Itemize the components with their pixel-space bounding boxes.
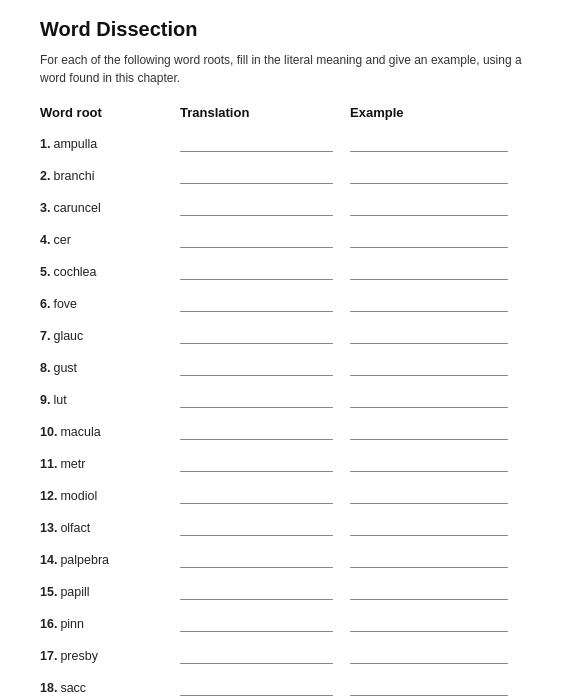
word-root-cell: 12.modiol <box>40 489 180 506</box>
translation-input[interactable] <box>180 582 333 600</box>
example-cell <box>350 358 525 378</box>
example-input[interactable] <box>350 358 508 376</box>
row-number: 9. <box>40 393 50 407</box>
example-cell <box>350 230 525 250</box>
word-root-text: pinn <box>60 617 84 631</box>
translation-cell <box>180 486 350 506</box>
example-input[interactable] <box>350 582 508 600</box>
word-root-cell: 10.macula <box>40 425 180 442</box>
row-number: 18. <box>40 681 57 695</box>
example-input[interactable] <box>350 486 508 504</box>
row-number: 14. <box>40 553 57 567</box>
example-input[interactable] <box>350 678 508 696</box>
translation-input[interactable] <box>180 454 333 472</box>
word-root-text: fove <box>53 297 77 311</box>
example-cell <box>350 486 525 506</box>
translation-input[interactable] <box>180 486 333 504</box>
example-input[interactable] <box>350 294 508 312</box>
example-input[interactable] <box>350 550 508 568</box>
translation-input[interactable] <box>180 422 333 440</box>
example-cell <box>350 582 525 602</box>
word-root-text: lut <box>53 393 66 407</box>
example-cell <box>350 454 525 474</box>
translation-input[interactable] <box>180 614 333 632</box>
col-header-example: Example <box>350 105 525 120</box>
translation-input[interactable] <box>180 390 333 408</box>
rows-container: 1.ampulla2.branchi3.caruncel4.cer5.cochl… <box>40 128 525 700</box>
example-cell <box>350 198 525 218</box>
word-root-cell: 5.cochlea <box>40 265 180 282</box>
instructions: For each of the following word roots, fi… <box>40 51 525 87</box>
example-input[interactable] <box>350 230 508 248</box>
table-row: 11.metr <box>40 448 525 474</box>
word-root-text: branchi <box>53 169 94 183</box>
translation-input[interactable] <box>180 294 333 312</box>
translation-input[interactable] <box>180 134 333 152</box>
word-root-text: papill <box>60 585 89 599</box>
translation-cell <box>180 358 350 378</box>
row-number: 3. <box>40 201 50 215</box>
table-row: 14.palpebra <box>40 544 525 570</box>
table-row: 2.branchi <box>40 160 525 186</box>
table-row: 17.presby <box>40 640 525 666</box>
example-input[interactable] <box>350 198 508 216</box>
example-input[interactable] <box>350 262 508 280</box>
translation-cell <box>180 550 350 570</box>
word-root-cell: 8.gust <box>40 361 180 378</box>
translation-cell <box>180 678 350 698</box>
row-number: 12. <box>40 489 57 503</box>
translation-input[interactable] <box>180 358 333 376</box>
word-root-text: cer <box>53 233 70 247</box>
table-row: 8.gust <box>40 352 525 378</box>
table-row: 16.pinn <box>40 608 525 634</box>
translation-input[interactable] <box>180 518 333 536</box>
example-cell <box>350 646 525 666</box>
word-root-cell: 6.fove <box>40 297 180 314</box>
translation-cell <box>180 614 350 634</box>
word-root-text: gust <box>53 361 77 375</box>
example-input[interactable] <box>350 454 508 472</box>
translation-cell <box>180 198 350 218</box>
word-root-text: olfact <box>60 521 90 535</box>
word-root-text: glauc <box>53 329 83 343</box>
translation-input[interactable] <box>180 198 333 216</box>
translation-cell <box>180 326 350 346</box>
translation-input[interactable] <box>180 646 333 664</box>
table-row: 13.olfact <box>40 512 525 538</box>
table-row: 5.cochlea <box>40 256 525 282</box>
example-input[interactable] <box>350 614 508 632</box>
translation-cell <box>180 166 350 186</box>
word-root-cell: 9.lut <box>40 393 180 410</box>
table-row: 3.caruncel <box>40 192 525 218</box>
translation-cell <box>180 294 350 314</box>
table-row: 6.fove <box>40 288 525 314</box>
example-cell <box>350 678 525 698</box>
translation-input[interactable] <box>180 262 333 280</box>
word-root-cell: 17.presby <box>40 649 180 666</box>
translation-input[interactable] <box>180 166 333 184</box>
row-number: 10. <box>40 425 57 439</box>
translation-cell <box>180 422 350 442</box>
example-input[interactable] <box>350 422 508 440</box>
translation-input[interactable] <box>180 550 333 568</box>
translation-input[interactable] <box>180 326 333 344</box>
translation-input[interactable] <box>180 230 333 248</box>
word-root-text: sacc <box>60 681 86 695</box>
translation-cell <box>180 454 350 474</box>
example-input[interactable] <box>350 518 508 536</box>
example-cell <box>350 422 525 442</box>
example-input[interactable] <box>350 646 508 664</box>
col-header-word-root: Word root <box>40 105 180 120</box>
table-row: 18.sacc <box>40 672 525 698</box>
translation-cell <box>180 230 350 250</box>
example-input[interactable] <box>350 166 508 184</box>
row-number: 2. <box>40 169 50 183</box>
example-input[interactable] <box>350 134 508 152</box>
example-input[interactable] <box>350 390 508 408</box>
row-number: 16. <box>40 617 57 631</box>
translation-input[interactable] <box>180 678 333 696</box>
row-number: 7. <box>40 329 50 343</box>
example-cell <box>350 134 525 154</box>
example-input[interactable] <box>350 326 508 344</box>
word-root-cell: 16.pinn <box>40 617 180 634</box>
